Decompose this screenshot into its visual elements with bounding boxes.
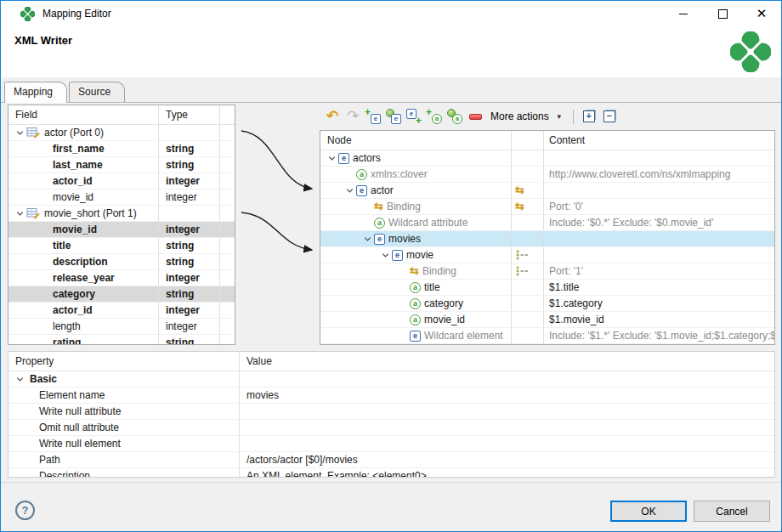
attribute-icon: a	[432, 114, 442, 124]
fields-panel: Field Type actor (Port 0)first_namestrin…	[8, 105, 235, 345]
property-label: Element name	[39, 388, 105, 403]
toolbar-bind-field-arrow-button[interactable]: ↶	[322, 106, 343, 127]
more-actions-button[interactable]: More actions▼	[485, 106, 568, 127]
field-row[interactable]: ratingstring	[8, 335, 235, 345]
field-type: integer	[166, 173, 200, 189]
chevron-down-icon[interactable]	[363, 235, 372, 244]
window-controls: ✕	[664, 1, 781, 26]
chevron-down-icon[interactable]	[15, 209, 25, 218]
clover-logo	[730, 31, 771, 72]
tree-header: Node Content	[320, 131, 774, 150]
help-icon[interactable]: ?	[15, 501, 35, 520]
toolbar-add-attribute-button[interactable]: +a	[424, 106, 445, 127]
tree-row[interactable]: ⇆Binding⇆Port: '0'	[320, 199, 774, 215]
tree-row[interactable]: eactor⇆	[320, 183, 774, 199]
plus-icon: +	[365, 108, 371, 116]
property-row[interactable]: Element namemovies	[8, 388, 774, 404]
field-row[interactable]: actor_idinteger	[8, 173, 235, 190]
tree-row[interactable]: amovie_id$1.movie_id	[320, 312, 774, 328]
close-button[interactable]: ✕	[742, 1, 781, 26]
fields-col-field: Field	[8, 105, 159, 124]
chevron-down-icon[interactable]	[15, 128, 25, 138]
tab-source[interactable]: Source	[69, 82, 125, 102]
toolbar-add-wildcard-attribute-button[interactable]: a	[445, 106, 465, 127]
toolbar-unbind-field-arrow-button[interactable]: ↷	[343, 106, 363, 127]
property-row[interactable]: Basic	[8, 371, 774, 388]
field-row[interactable]: release_yearinteger	[8, 270, 235, 286]
tree-row[interactable]: emovie	[320, 247, 774, 263]
tree-node-label: Wildcard element	[424, 328, 503, 343]
field-label: title	[53, 238, 71, 253]
element-icon: e	[371, 114, 381, 124]
join-connector-icon	[515, 266, 529, 276]
field-row[interactable]: titlestring	[8, 238, 235, 254]
tree-row[interactable]: ⇆BindingPort: '1'	[320, 263, 774, 280]
tree-row[interactable]: aWildcard attributeInclude: '$0.*' Exclu…	[320, 215, 774, 231]
toolbar-add-child-element-button[interactable]: +e	[363, 106, 383, 127]
field-row[interactable]: descriptionstring	[8, 254, 235, 270]
field-label: release_year	[53, 270, 115, 286]
ok-button[interactable]: OK	[610, 501, 687, 522]
tree-row[interactable]: acategory$1.category	[320, 296, 774, 312]
field-label: movie_id	[53, 222, 97, 237]
collapse-all-icon: −	[604, 110, 615, 122]
property-label: Write null element	[39, 436, 121, 451]
toolbar-collapse-all-button[interactable]: −	[599, 106, 620, 127]
tree-row[interactable]: axmlns:cloverhttp://www.cloveretl.com/ns…	[320, 167, 774, 183]
field-type: integer	[166, 222, 200, 237]
element-icon: e	[392, 250, 403, 261]
tree-node-content: $1.category	[549, 296, 603, 311]
field-type: string	[166, 286, 194, 302]
fields-col-type: Type	[159, 105, 220, 124]
tree-node-label: Binding	[387, 199, 421, 214]
field-row[interactable]: last_namestring	[8, 157, 235, 173]
tree-row[interactable]: eactors	[320, 150, 774, 167]
window-title: Mapping Editor	[42, 8, 111, 20]
minimize-button[interactable]	[664, 1, 703, 26]
element-icon: e	[374, 234, 385, 245]
tab-mapping[interactable]: Mapping	[4, 82, 67, 103]
xml-tree-panel: Node Content eactorsaxmlns:cloverhttp://…	[320, 130, 775, 345]
tree-row[interactable]: atitle$1.title	[320, 280, 774, 296]
property-row[interactable]: Write null attribute	[8, 404, 774, 420]
tree-node-label: Wildcard attribute	[388, 215, 468, 230]
toolbar-expand-all-button[interactable]: +	[579, 106, 599, 127]
maximize-button[interactable]	[703, 1, 742, 26]
property-row[interactable]: Write null element	[8, 436, 774, 452]
chevron-down-icon[interactable]	[381, 251, 390, 260]
chevron-down-icon[interactable]	[327, 154, 337, 163]
field-row[interactable]: categorystring	[8, 286, 235, 303]
field-row[interactable]: first_namestring	[8, 141, 235, 157]
clover-app-icon	[20, 7, 35, 21]
attribute-icon: a	[452, 114, 462, 124]
property-label: Write null attribute	[39, 404, 122, 419]
toolbar-add-element-button[interactable]: e+	[404, 106, 424, 127]
cancel-button[interactable]: Cancel	[694, 501, 770, 522]
toolbar-add-wildcard-element-button[interactable]: e	[383, 106, 404, 127]
expand-all-icon: +	[583, 110, 595, 122]
toolbar-remove-button[interactable]	[465, 106, 485, 127]
element-icon: e	[338, 153, 349, 164]
field-type: string	[166, 254, 194, 269]
tree-node-label: movie	[406, 247, 434, 263]
chevron-down-icon[interactable]	[15, 375, 25, 384]
property-row[interactable]: Omit null attribute	[8, 420, 774, 436]
field-row[interactable]: movie_idinteger	[8, 222, 235, 238]
property-row[interactable]: Path/actors/actor [$0]/movies	[8, 452, 774, 468]
tree-row[interactable]: emovies	[320, 231, 774, 247]
field-label: movie_id	[53, 190, 94, 205]
field-label: description	[53, 254, 108, 269]
chevron-down-icon[interactable]	[345, 186, 354, 195]
binding-arrows-icon: ⇆	[515, 185, 524, 195]
bind-arrow-icon: ↶	[326, 110, 338, 123]
field-row[interactable]: actor (Port 0)	[8, 125, 235, 141]
tree-node-content: $1.movie_id	[549, 312, 604, 327]
plus-icon: +	[416, 116, 422, 125]
field-row[interactable]: movie_idinteger	[8, 190, 235, 206]
field-row[interactable]: movie_short (Port 1)	[8, 206, 235, 222]
field-row[interactable]: lengthinteger	[8, 319, 235, 335]
field-row[interactable]: actor_idinteger	[8, 303, 235, 319]
attribute-icon: a	[410, 282, 421, 293]
property-row[interactable]: DescriptionAn XML element. Example: <ele…	[8, 468, 774, 478]
tree-row[interactable]: eWildcard elementInclude: '$1.*' Exclude…	[320, 328, 774, 344]
